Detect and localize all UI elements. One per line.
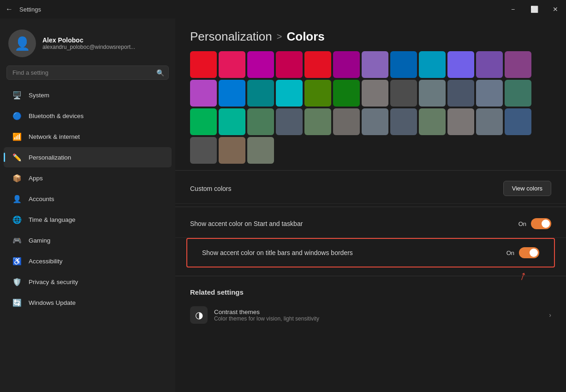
accent-taskbar-label: Show accent color on Start and taskbar — [190, 220, 303, 227]
color-swatch-0[interactable] — [190, 51, 217, 78]
toggle-thumb-1 — [542, 220, 550, 228]
color-swatch-11[interactable] — [505, 51, 531, 78]
color-grid — [190, 51, 551, 164]
accent-titlebar-label: Show accent color on title bars and wind… — [202, 249, 353, 256]
nav-icon-network: 📶 — [12, 131, 22, 142]
nav-label-system: System — [29, 92, 49, 99]
nav-icon-gaming: 🎮 — [12, 235, 22, 245]
color-swatch-1[interactable] — [219, 51, 245, 78]
color-swatch-17[interactable] — [333, 80, 360, 107]
color-swatch-28[interactable] — [304, 108, 331, 135]
color-swatch-22[interactable] — [476, 80, 503, 107]
contrast-themes-icon-box: ◑ — [190, 306, 208, 324]
color-swatch-3[interactable] — [276, 51, 303, 78]
color-swatch-9[interactable] — [447, 51, 474, 78]
color-swatch-30[interactable] — [362, 108, 388, 135]
nav-icon-time: 🌐 — [12, 214, 22, 225]
sidebar-item-gaming[interactable]: 🎮 Gaming — [4, 230, 172, 250]
sidebar-item-bluetooth[interactable]: 🔵 Bluetooth & devices — [4, 106, 172, 126]
color-swatch-2[interactable] — [247, 51, 274, 78]
avatar: 👤 — [8, 30, 36, 57]
color-swatch-29[interactable] — [333, 108, 360, 135]
main-layout: 👤 Alex Poloboc alexandru_poloboc@windows… — [0, 18, 566, 392]
nav-label-accessibility: Accessibility — [29, 258, 63, 265]
user-email: alexandru_poloboc@windowsreport... — [42, 44, 135, 50]
content-area: Personalization > Colors Custom colors V… — [175, 18, 566, 392]
sidebar-item-system[interactable]: 🖥️ System — [4, 85, 172, 105]
color-swatch-26[interactable] — [247, 108, 274, 135]
accent-taskbar-row: Show accent color on Start and taskbar O… — [175, 210, 566, 238]
sidebar: 👤 Alex Poloboc alexandru_poloboc@windows… — [0, 18, 175, 392]
nav-icon-bluetooth: 🔵 — [12, 111, 22, 121]
color-swatch-31[interactable] — [390, 108, 417, 135]
related-settings-header: Related settings — [175, 279, 566, 300]
color-swatch-36[interactable] — [190, 137, 217, 164]
titlebar-left: ← Settings — [6, 5, 41, 13]
contrast-themes-icon: ◑ — [195, 309, 203, 321]
color-swatch-16[interactable] — [304, 80, 331, 107]
color-swatch-8[interactable] — [419, 51, 446, 78]
color-swatch-33[interactable] — [447, 108, 474, 135]
minimize-button[interactable]: − — [502, 0, 524, 18]
color-swatch-21[interactable] — [447, 80, 474, 107]
maximize-button[interactable]: ⬜ — [524, 0, 545, 18]
sidebar-item-time[interactable]: 🌐 Time & language — [4, 209, 172, 230]
color-swatch-12[interactable] — [190, 80, 217, 107]
breadcrumb-parent[interactable]: Personalization — [190, 30, 272, 44]
color-swatch-19[interactable] — [390, 80, 417, 107]
color-swatch-34[interactable] — [476, 108, 503, 135]
color-swatch-20[interactable] — [419, 80, 446, 107]
color-swatch-14[interactable] — [247, 80, 274, 107]
color-swatch-10[interactable] — [476, 51, 503, 78]
divider-2 — [175, 207, 566, 207]
sidebar-item-apps[interactable]: 📦 Apps — [4, 168, 172, 188]
user-name: Alex Poloboc — [42, 36, 135, 44]
sidebar-item-personalization[interactable]: ✏️ Personalization — [4, 147, 172, 167]
color-swatch-27[interactable] — [276, 108, 303, 135]
sidebar-item-windows-update[interactable]: 🔄 Windows Update — [4, 292, 172, 313]
contrast-themes-row[interactable]: ◑ Contrast themes Color themes for low v… — [175, 300, 566, 330]
color-swatch-35[interactable] — [505, 108, 531, 135]
back-icon[interactable]: ← — [6, 5, 13, 13]
color-swatch-37[interactable] — [219, 137, 245, 164]
color-swatch-5[interactable] — [333, 51, 360, 78]
color-swatch-13[interactable] — [219, 80, 245, 107]
color-swatch-32[interactable] — [419, 108, 446, 135]
sidebar-item-privacy[interactable]: 🛡️ Privacy & security — [4, 272, 172, 292]
window-controls: − ⬜ ✕ — [502, 0, 566, 18]
color-swatch-24[interactable] — [190, 108, 217, 135]
nav-icon-privacy: 🛡️ — [12, 277, 22, 287]
search-icon: 🔍 — [156, 69, 164, 77]
breadcrumb-current: Colors — [286, 30, 324, 44]
search-box: 🔍 — [6, 65, 169, 80]
search-input[interactable] — [6, 65, 169, 80]
custom-colors-row: Custom colors View colors — [175, 173, 566, 204]
user-profile[interactable]: 👤 Alex Poloboc alexandru_poloboc@windows… — [0, 23, 175, 65]
accent-titlebar-right: On — [506, 247, 539, 258]
color-swatch-4[interactable] — [304, 51, 331, 78]
color-swatch-6[interactable] — [362, 51, 388, 78]
color-swatch-18[interactable] — [362, 80, 388, 107]
contrast-themes-left: ◑ Contrast themes Color themes for low v… — [190, 306, 319, 324]
view-colors-button[interactable]: View colors — [503, 181, 551, 196]
color-swatch-25[interactable] — [219, 108, 245, 135]
app-title: Settings — [19, 6, 41, 13]
contrast-themes-title: Contrast themes — [214, 309, 319, 315]
nav-label-accounts: Accounts — [29, 196, 54, 202]
accent-taskbar-toggle[interactable] — [531, 218, 551, 229]
color-swatch-7[interactable] — [390, 51, 417, 78]
nav-icon-accounts: 👤 — [12, 194, 22, 204]
chevron-right-icon: › — [549, 311, 551, 319]
color-swatch-15[interactable] — [276, 80, 303, 107]
sidebar-item-network[interactable]: 📶 Network & internet — [4, 126, 172, 147]
nav-label-network: Network & internet — [29, 133, 80, 140]
color-grid-section — [175, 51, 566, 167]
close-button[interactable]: ✕ — [545, 0, 566, 18]
accent-titlebar-toggle[interactable] — [519, 247, 539, 258]
color-swatch-23[interactable] — [505, 80, 531, 107]
sidebar-item-accessibility[interactable]: ♿ Accessibility — [4, 251, 172, 271]
avatar-icon: 👤 — [14, 36, 30, 51]
color-swatch-38[interactable] — [247, 137, 274, 164]
sidebar-item-accounts[interactable]: 👤 Accounts — [4, 189, 172, 209]
breadcrumb: Personalization > Colors — [175, 18, 566, 51]
